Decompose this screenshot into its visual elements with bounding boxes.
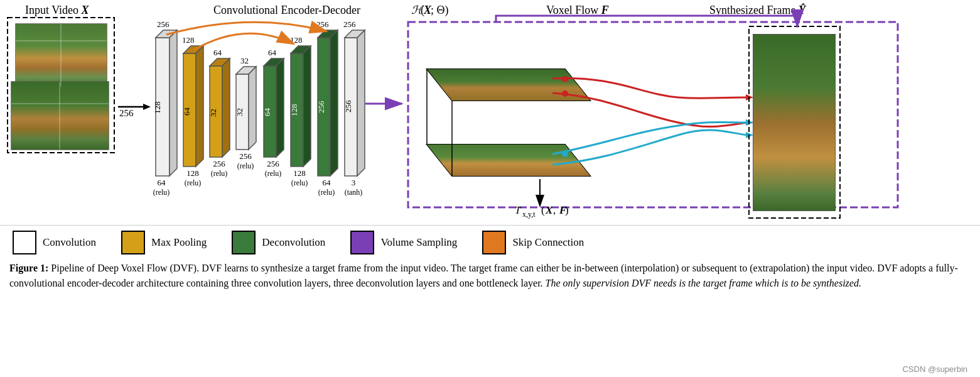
layer-7-top bbox=[318, 30, 338, 38]
convolution-label: Convolution bbox=[43, 236, 96, 249]
svg-text:128: 128 bbox=[182, 35, 195, 45]
svg-marker-51 bbox=[746, 132, 753, 138]
svg-text:(relu): (relu) bbox=[265, 169, 282, 178]
watermark: CSDN @superbin bbox=[902, 364, 967, 374]
flow-line-cyan-1 bbox=[552, 122, 747, 154]
layer-4-top bbox=[236, 67, 256, 74]
layer-2-front bbox=[183, 53, 196, 167]
svg-text:(tanh): (tanh) bbox=[345, 188, 363, 197]
svg-text:128: 128 bbox=[153, 102, 162, 114]
convolution-icon bbox=[13, 231, 36, 254]
layer-6-side bbox=[303, 46, 311, 167]
legend-convolution: Convolution bbox=[13, 231, 96, 254]
svg-marker-49 bbox=[746, 119, 753, 126]
svg-text:,: , bbox=[553, 204, 556, 216]
layer-3-front bbox=[210, 66, 222, 157]
flow-line-cyan-2 bbox=[552, 130, 747, 165]
layer-4-side bbox=[249, 67, 256, 150]
layer-8-front bbox=[345, 38, 357, 176]
flow-line-red-1 bbox=[552, 78, 747, 98]
skip-conn-2 bbox=[193, 33, 294, 50]
volumesampling-label: Volume Sampling bbox=[380, 236, 457, 249]
svg-text:256: 256 bbox=[343, 100, 353, 112]
svg-rect-55 bbox=[753, 35, 835, 210]
synth-dashed-rect bbox=[749, 26, 840, 218]
caption-text-italic: The only supervision DVF needs is the ta… bbox=[543, 278, 861, 288]
svg-text:128: 128 bbox=[290, 35, 303, 45]
skipconnection-icon bbox=[482, 231, 506, 254]
layer-3-top bbox=[210, 58, 230, 66]
deconvolution-label: Deconvolution bbox=[262, 236, 325, 249]
svg-text:256: 256 bbox=[316, 19, 329, 29]
layer-1-top bbox=[156, 30, 177, 38]
skipconnection-label: Skip Connection bbox=[512, 236, 584, 249]
svg-text:128: 128 bbox=[289, 104, 299, 117]
input-video-title: Input Video X bbox=[25, 4, 90, 16]
voxel-plane-top bbox=[427, 69, 590, 101]
layer-2-top bbox=[183, 46, 203, 53]
svg-text:(relu): (relu) bbox=[153, 188, 170, 197]
layer-5-top bbox=[264, 58, 284, 66]
svg-text:128: 128 bbox=[293, 168, 306, 178]
layer-6-top bbox=[291, 46, 311, 53]
layer-8-top bbox=[345, 30, 365, 38]
svg-marker-6 bbox=[143, 104, 151, 110]
svg-text:3: 3 bbox=[352, 178, 356, 187]
synth-frame-title: Synthesized Frame Ŷ bbox=[709, 3, 807, 16]
layer-5-front bbox=[264, 66, 276, 157]
input-frame-back bbox=[16, 24, 107, 87]
enc-dec-title: Convolutional Encoder-Decoder bbox=[213, 4, 360, 16]
voxel-plane-bottom bbox=[427, 145, 590, 176]
svg-marker-50 bbox=[746, 119, 753, 126]
svg-text:256: 256 bbox=[316, 101, 326, 113]
layer-7-side bbox=[330, 30, 338, 176]
svg-text:; Θ): ; Θ) bbox=[431, 4, 449, 17]
network-diagram-svg: Input Video X bbox=[0, 0, 980, 264]
svg-rect-0 bbox=[16, 24, 107, 87]
svg-text:(relu): (relu) bbox=[291, 178, 308, 187]
svg-text:256: 256 bbox=[343, 19, 356, 29]
layer-8-side bbox=[357, 30, 365, 176]
svg-text:ℋ: ℋ bbox=[411, 4, 424, 16]
layer-7-front bbox=[318, 38, 330, 176]
input-frame-front bbox=[11, 82, 109, 150]
svg-text:X: X bbox=[545, 204, 553, 216]
voxel-dashed-box bbox=[408, 22, 898, 207]
svg-rect-1 bbox=[11, 82, 109, 150]
svg-text:64: 64 bbox=[268, 48, 277, 57]
svg-text:256: 256 bbox=[267, 159, 279, 168]
svg-point-52 bbox=[562, 76, 568, 82]
svg-text:(relu): (relu) bbox=[185, 178, 202, 187]
svg-text:(relu): (relu) bbox=[211, 169, 228, 178]
voxel-flow-title: Voxel Flow F bbox=[546, 4, 609, 16]
legend-volumesampling: Volume Sampling bbox=[350, 231, 457, 254]
maxpooling-label: Max Pooling bbox=[151, 236, 207, 249]
synth-frame-rect bbox=[753, 35, 835, 210]
layer-1-front bbox=[156, 38, 170, 176]
svg-text:(relu): (relu) bbox=[237, 161, 254, 170]
input-256-label: 256 bbox=[119, 108, 134, 118]
svg-text:(relu): (relu) bbox=[318, 188, 335, 197]
svg-text:F: F bbox=[559, 204, 567, 216]
layer-1-bottom-label: 64 bbox=[158, 178, 166, 187]
svg-point-53 bbox=[562, 90, 568, 97]
svg-text:64: 64 bbox=[182, 107, 191, 116]
svg-marker-45 bbox=[427, 69, 590, 101]
layer-2-side bbox=[196, 46, 203, 167]
purple-top-arrow bbox=[496, 16, 797, 26]
volumesampling-icon bbox=[350, 231, 374, 254]
svg-text:256: 256 bbox=[213, 159, 225, 168]
svg-text:64: 64 bbox=[262, 108, 272, 117]
svg-text:32: 32 bbox=[208, 109, 218, 117]
skip-conn-1 bbox=[166, 22, 326, 35]
caption-area: Figure 1: Pipeline of Deep Voxel Flow (D… bbox=[9, 261, 964, 291]
svg-text:256: 256 bbox=[239, 151, 252, 161]
svg-text:32: 32 bbox=[240, 56, 249, 65]
svg-text:32: 32 bbox=[235, 108, 244, 116]
legend-skipconnection: Skip Connection bbox=[482, 231, 584, 254]
maxpooling-icon bbox=[121, 231, 145, 254]
layer-1-top-label: 256 bbox=[157, 19, 170, 29]
svg-text:64: 64 bbox=[323, 178, 331, 187]
deconvolution-icon bbox=[232, 231, 256, 254]
svg-text:): ) bbox=[565, 204, 569, 216]
